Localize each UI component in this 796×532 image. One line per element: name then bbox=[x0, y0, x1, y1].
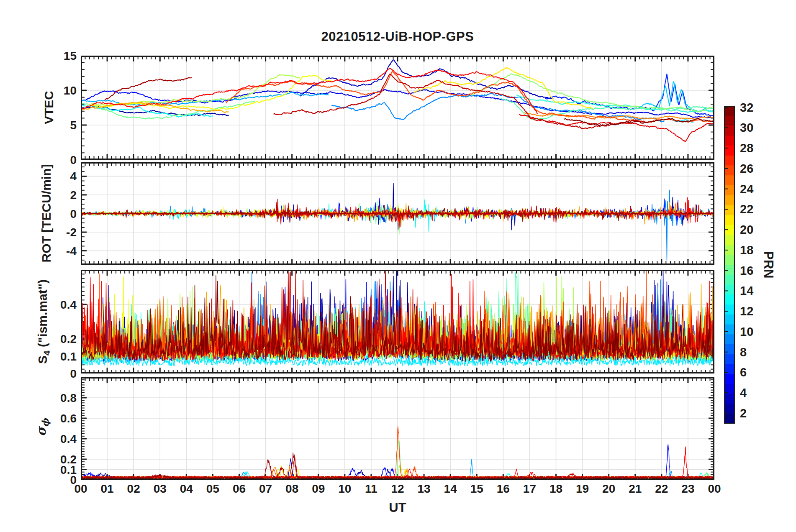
colorbar-tick-label: 14 bbox=[740, 285, 771, 297]
colorbar-tick-label: 18 bbox=[740, 244, 771, 256]
colorbar-tick-label: 32 bbox=[740, 102, 771, 114]
colorbar-tick-label: 20 bbox=[740, 224, 771, 236]
y-tick-label: 0 bbox=[46, 154, 77, 166]
colorbar-tick-label: 10 bbox=[740, 326, 771, 338]
colorbar-tick-label: 6 bbox=[740, 366, 771, 379]
colorbar-tick-label: 16 bbox=[740, 265, 771, 277]
colorbar-tick-label: 4 bbox=[740, 387, 771, 399]
y-tick-label: 0.4 bbox=[46, 299, 77, 311]
colorbar-tick-label: 12 bbox=[740, 305, 771, 317]
y-tick-label: 4 bbox=[46, 171, 77, 182]
y-tick-label: 0.8 bbox=[46, 392, 77, 404]
colorbar-tick-label: 8 bbox=[740, 346, 771, 358]
rot-panel-canvas bbox=[81, 162, 714, 265]
y-tick-label: 0.2 bbox=[46, 454, 77, 466]
y-tick-label: 5 bbox=[46, 120, 77, 131]
prn-colorbar bbox=[724, 106, 735, 424]
y-tick-label: 2 bbox=[46, 189, 77, 201]
y-tick-label: 10 bbox=[46, 85, 77, 97]
vtec-panel-canvas bbox=[81, 56, 714, 160]
colorbar-tick-label: 22 bbox=[740, 203, 771, 215]
chart-title: 20210512-UiB-HOP-GPS bbox=[81, 29, 714, 44]
figure: 20210512-UiB-HOP-GPS VTEC ROT [TECU/min]… bbox=[0, 0, 796, 532]
y-tick-label: 0 bbox=[46, 368, 77, 380]
y-tick-label: -2 bbox=[46, 227, 77, 238]
colorbar-tick-label: 2 bbox=[740, 407, 771, 419]
y-tick-label: 0.6 bbox=[46, 413, 77, 425]
y-tick-label: -4 bbox=[46, 246, 77, 257]
y-tick-label: 0 bbox=[46, 208, 77, 220]
y-tick-label: 15 bbox=[46, 50, 77, 62]
colorbar-tick-label: 28 bbox=[740, 142, 771, 154]
colorbar-tick-label: 24 bbox=[740, 183, 771, 195]
s4-panel-canvas bbox=[81, 270, 714, 373]
x-tick-label: 00 bbox=[697, 483, 732, 495]
colorbar-tick-label: 26 bbox=[740, 163, 771, 175]
sigma-phi-panel-canvas bbox=[81, 377, 714, 480]
y-tick-label: 0.2 bbox=[46, 333, 77, 345]
y-tick-label: 0.4 bbox=[46, 433, 77, 445]
y-tick-label: 0.1 bbox=[46, 351, 77, 363]
x-axis-label: UT bbox=[81, 500, 714, 515]
colorbar-tick-label: 30 bbox=[740, 122, 771, 134]
